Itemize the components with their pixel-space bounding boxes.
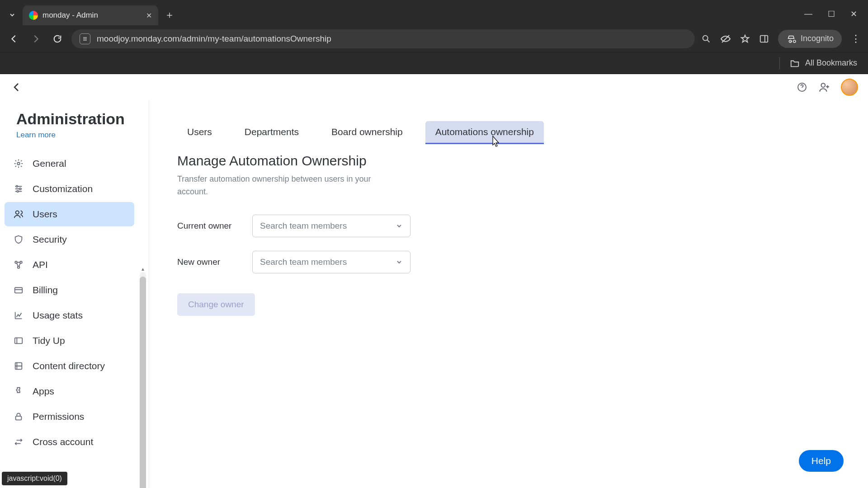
sidebar-item-apps[interactable]: Apps: [5, 379, 134, 404]
tab-bar: Users Departments Board ownership Automa…: [173, 121, 850, 144]
svg-point-5: [16, 186, 18, 188]
incognito-indicator[interactable]: Incognito: [778, 30, 842, 48]
sidebar-item-label: Security: [33, 234, 67, 245]
svg-point-0: [703, 35, 708, 40]
browser-toolbar: moodjoy.monday.com/admin/my-team/automat…: [0, 25, 868, 52]
avatar[interactable]: [841, 79, 858, 96]
sidebar-item-label: Apps: [33, 386, 54, 397]
sidebar-item-general[interactable]: General: [5, 151, 134, 176]
main-panel: Users Departments Board ownership Automa…: [149, 100, 868, 488]
help-icon[interactable]: [797, 82, 807, 93]
incognito-label: Incognito: [801, 34, 834, 43]
sidebar-item-billing[interactable]: Billing: [5, 278, 134, 302]
scroll-thumb[interactable]: [140, 277, 146, 488]
search-icon[interactable]: [701, 34, 711, 44]
current-owner-label: Current owner: [177, 221, 241, 231]
eye-off-icon[interactable]: [720, 33, 731, 44]
sidebar-item-cross-account[interactable]: Cross account: [5, 430, 134, 454]
current-owner-row: Current owner Search team members: [177, 215, 850, 237]
lock-icon: [13, 411, 24, 422]
sidebar-item-users[interactable]: Users: [5, 202, 134, 226]
address-bar[interactable]: moodjoy.monday.com/admin/my-team/automat…: [71, 29, 695, 48]
svg-rect-1: [760, 35, 768, 42]
tab-title: monday - Admin: [42, 11, 98, 20]
sidebar-item-label: Content directory: [33, 361, 105, 371]
svg-rect-12: [15, 288, 23, 293]
svg-point-6: [19, 188, 21, 190]
sidebar: Administration Learn more General Custom…: [0, 100, 149, 488]
browser-tab[interactable]: monday - Admin ✕: [23, 5, 158, 25]
back-button[interactable]: [6, 31, 22, 47]
svg-point-3: [821, 83, 826, 87]
sidebar-list: General Customization Users Security: [0, 151, 149, 454]
sidebar-item-label: Tidy Up: [33, 335, 65, 346]
new-owner-row: New owner Search team members: [177, 251, 850, 273]
tab-departments[interactable]: Departments: [235, 121, 309, 144]
minimize-icon[interactable]: —: [804, 9, 812, 19]
reload-button[interactable]: [50, 31, 65, 47]
shield-icon: [13, 234, 24, 245]
sidebar-item-label: Users: [33, 209, 57, 220]
sidebar-item-label: General: [33, 158, 66, 169]
sidebar-item-content-directory[interactable]: Content directory: [5, 354, 134, 378]
puzzle-icon: [13, 385, 24, 397]
window-controls: — ☐ ✕: [804, 9, 857, 19]
current-owner-select[interactable]: Search team members: [252, 215, 410, 237]
tab-automations-ownership[interactable]: Automations ownership: [425, 121, 544, 144]
learn-more-link[interactable]: Learn more: [16, 131, 56, 140]
close-tab-icon[interactable]: ✕: [146, 11, 152, 20]
sidebar-item-label: Permissions: [33, 411, 84, 422]
invite-icon[interactable]: [818, 81, 830, 93]
site-info-icon[interactable]: [80, 33, 90, 44]
new-owner-label: New owner: [177, 257, 241, 267]
new-tab-button[interactable]: ＋: [162, 7, 177, 23]
sidebar-item-usage-stats[interactable]: Usage stats: [5, 303, 134, 328]
help-fab[interactable]: Help: [799, 450, 844, 472]
sidebar-item-label: Cross account: [33, 436, 93, 447]
section-title: Manage Automation Ownership: [177, 153, 850, 169]
star-icon[interactable]: [740, 34, 750, 44]
sidebar-item-tidy-up[interactable]: Tidy Up: [5, 328, 134, 353]
url-text: moodjoy.monday.com/admin/my-team/automat…: [97, 34, 331, 44]
tab-board-ownership[interactable]: Board ownership: [321, 121, 413, 144]
users-icon: [13, 208, 24, 220]
incognito-icon: [786, 34, 796, 44]
swap-icon: [13, 436, 24, 448]
chevron-down-icon: [396, 258, 403, 266]
close-window-icon[interactable]: ✕: [850, 9, 857, 19]
all-bookmarks-link[interactable]: All Bookmarks: [805, 58, 857, 68]
browser-window: monday - Admin ✕ ＋ — ☐ ✕ moodjoy.monday.…: [0, 0, 868, 488]
change-owner-button[interactable]: Change owner: [177, 293, 255, 316]
separator: [779, 57, 780, 69]
gear-icon: [13, 158, 24, 169]
ownership-form: Current owner Search team members New ow…: [177, 215, 850, 316]
app-root: Administration Learn more General Custom…: [0, 74, 868, 488]
sliders-icon: [13, 183, 24, 195]
sidebar-item-label: Customization: [33, 183, 93, 194]
sidebar-item-api[interactable]: API: [5, 253, 134, 277]
app-back-button[interactable]: [10, 80, 24, 94]
svg-point-8: [16, 211, 19, 214]
new-owner-select[interactable]: Search team members: [252, 251, 410, 273]
sidebar-item-permissions[interactable]: Permissions: [5, 404, 134, 429]
sidepanel-icon[interactable]: [759, 34, 769, 44]
tab-users[interactable]: Users: [177, 121, 222, 144]
monday-favicon: [29, 11, 38, 20]
api-icon: [13, 259, 24, 271]
toolbar-right: Incognito ⋮: [701, 30, 862, 48]
forward-button[interactable]: [28, 31, 43, 47]
sidebar-item-security[interactable]: Security: [5, 227, 134, 252]
kebab-menu-icon[interactable]: ⋮: [851, 33, 862, 45]
sidebar-scrollbar[interactable]: ▴ ▾: [140, 272, 146, 488]
sidebar-item-label: Billing: [33, 285, 58, 296]
chevron-down-icon: [396, 222, 403, 230]
sidebar-item-customization[interactable]: Customization: [5, 177, 134, 201]
broom-icon: [13, 335, 24, 347]
maximize-icon[interactable]: ☐: [828, 9, 835, 19]
folder-icon: [790, 58, 800, 68]
svg-rect-13: [15, 338, 23, 344]
app-header: [0, 74, 868, 100]
tab-search-button[interactable]: [5, 7, 20, 23]
select-placeholder: Search team members: [260, 221, 347, 231]
scroll-up-icon[interactable]: ▴: [142, 266, 144, 272]
